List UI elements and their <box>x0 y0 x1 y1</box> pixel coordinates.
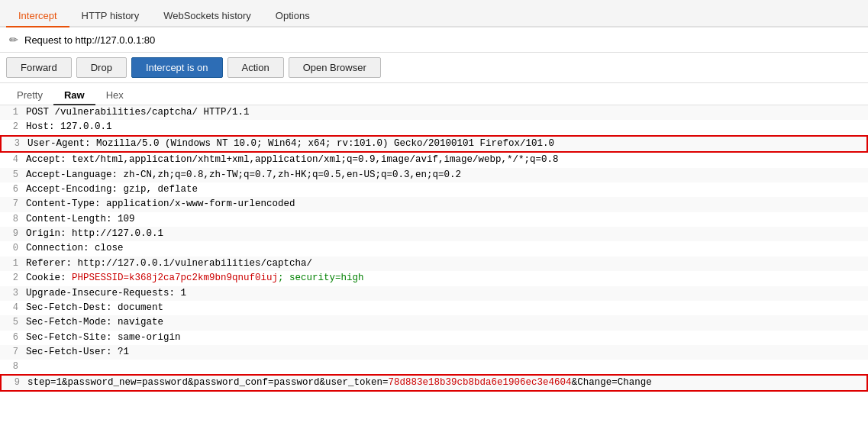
line-number: 9 <box>5 376 20 390</box>
table-row: 7Content-Type: application/x-www-form-ur… <box>0 197 868 211</box>
line-content: Accept: text/html,application/xhtml+xml,… <box>26 153 865 167</box>
http-content-area[interactable]: 1POST /vulnerabilities/captcha/ HTTP/1.1… <box>0 105 868 415</box>
top-tab-bar: Intercept HTTP history WebSockets histor… <box>0 0 868 27</box>
table-row: 1Referer: http://127.0.0.1/vulnerabiliti… <box>0 257 868 271</box>
table-row: 8 <box>0 360 868 374</box>
tab-intercept[interactable]: Intercept <box>6 5 69 27</box>
request-url: Request to http://127.0.0.1:80 <box>24 34 155 46</box>
tab-raw[interactable]: Raw <box>53 86 95 105</box>
line-content: Accept-Encoding: gzip, deflate <box>26 182 865 197</box>
table-row: 2Host: 127.0.0.1 <box>0 120 868 134</box>
line-number: 9 <box>3 227 18 241</box>
table-row: 3Upgrade-Insecure-Requests: 1 <box>0 286 868 301</box>
table-row: 6Sec-Fetch-Site: same-origin <box>0 331 868 345</box>
line-number: 3 <box>3 286 18 301</box>
line-number: 2 <box>3 120 18 134</box>
line-number: 5 <box>3 315 18 330</box>
line-number: 7 <box>3 345 18 360</box>
tab-pretty[interactable]: Pretty <box>6 86 53 105</box>
line-content: Sec-Fetch-Mode: navigate <box>26 315 865 330</box>
tab-http-history[interactable]: HTTP history <box>69 5 152 27</box>
pencil-icon: ✏ <box>9 34 18 46</box>
table-row: 6Accept-Encoding: gzip, deflate <box>0 182 868 197</box>
tab-websockets-history[interactable]: WebSockets history <box>151 5 263 27</box>
action-bar: Forward Drop Intercept is on Action Open… <box>0 53 868 83</box>
table-row: 0Connection: close <box>0 241 868 256</box>
line-number: 5 <box>3 168 18 182</box>
line-content: Sec-Fetch-Dest: document <box>26 301 865 315</box>
table-row: 5Sec-Fetch-Mode: navigate <box>0 315 868 330</box>
table-row: 9step=1&password_new=password&password_c… <box>0 374 868 392</box>
line-content: Host: 127.0.0.1 <box>26 120 865 134</box>
line-number: 0 <box>3 241 18 256</box>
line-number: 1 <box>3 257 18 271</box>
table-row: 4Accept: text/html,application/xhtml+xml… <box>0 153 868 167</box>
line-number: 4 <box>3 301 18 315</box>
line-number: 8 <box>3 212 18 227</box>
line-content: Referer: http://127.0.0.1/vulnerabilitie… <box>26 257 865 271</box>
line-content: step=1&password_new=password&password_co… <box>27 376 863 390</box>
open-browser-button[interactable]: Open Browser <box>289 57 381 78</box>
url-bar: ✏ Request to http://127.0.0.1:80 <box>0 27 868 53</box>
line-number: 8 <box>3 360 18 374</box>
line-content: Content-Length: 109 <box>26 212 865 227</box>
table-row: 4Sec-Fetch-Dest: document <box>0 301 868 315</box>
forward-button[interactable]: Forward <box>6 57 72 78</box>
line-number: 1 <box>3 105 18 120</box>
table-row: 2Cookie: PHPSESSID=k368j2ca7pc2km9bn9qnu… <box>0 271 868 286</box>
intercept-toggle-button[interactable]: Intercept is on <box>131 57 223 78</box>
tab-options[interactable]: Options <box>263 5 322 27</box>
line-content: POST /vulnerabilities/captcha/ HTTP/1.1 <box>26 105 865 120</box>
table-row: 3User-Agent: Mozilla/5.0 (Windows NT 10.… <box>0 135 868 153</box>
line-content: Origin: http://127.0.0.1 <box>26 227 865 241</box>
line-content: Cookie: PHPSESSID=k368j2ca7pc2km9bn9qnuf… <box>26 271 865 286</box>
table-row: 1POST /vulnerabilities/captcha/ HTTP/1.1 <box>0 105 868 120</box>
line-content: Upgrade-Insecure-Requests: 1 <box>26 286 865 301</box>
table-row: 7Sec-Fetch-User: ?1 <box>0 345 868 360</box>
line-number: 7 <box>3 197 18 211</box>
line-content: User-Agent: Mozilla/5.0 (Windows NT 10.0… <box>27 137 863 151</box>
line-content: Connection: close <box>26 241 865 256</box>
line-content: Sec-Fetch-Site: same-origin <box>26 331 865 345</box>
line-number: 3 <box>5 137 20 151</box>
table-row: 8Content-Length: 109 <box>0 212 868 227</box>
line-content: Content-Type: application/x-www-form-url… <box>26 197 865 211</box>
line-number: 2 <box>3 271 18 286</box>
line-content: Accept-Language: zh-CN,zh;q=0.8,zh-TW;q=… <box>26 168 865 182</box>
sub-tab-bar: Pretty Raw Hex <box>0 83 868 105</box>
line-number: 4 <box>3 153 18 167</box>
action-button[interactable]: Action <box>227 57 284 78</box>
line-number: 6 <box>3 331 18 345</box>
tab-hex[interactable]: Hex <box>95 86 134 105</box>
drop-button[interactable]: Drop <box>76 57 127 78</box>
line-content: Sec-Fetch-User: ?1 <box>26 345 865 360</box>
table-row: 5Accept-Language: zh-CN,zh;q=0.8,zh-TW;q… <box>0 168 868 182</box>
table-row: 9Origin: http://127.0.0.1 <box>0 227 868 241</box>
line-number: 6 <box>3 182 18 197</box>
